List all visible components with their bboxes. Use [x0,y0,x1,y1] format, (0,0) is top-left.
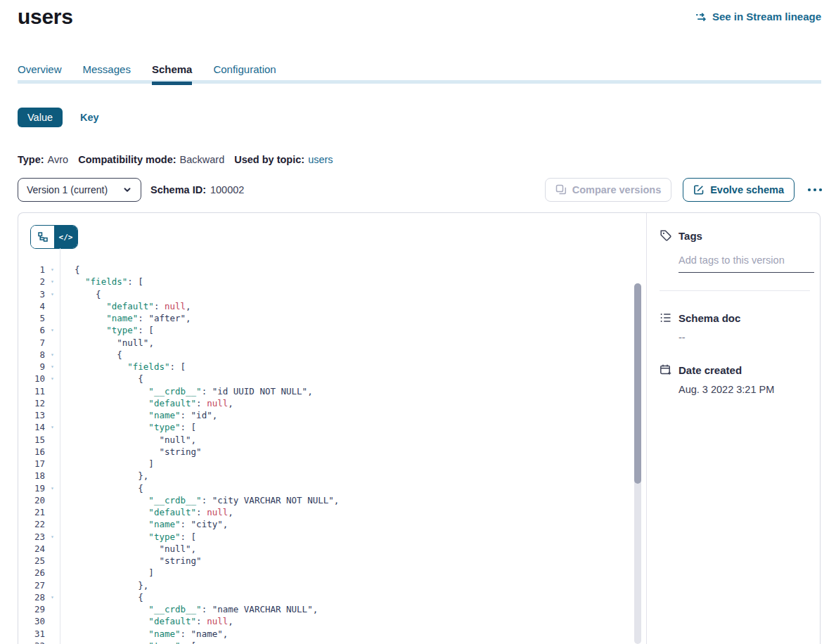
list-icon [660,311,672,324]
line-number: 15 [18,434,45,445]
compare-versions-icon [555,184,567,195]
fold-arrow-icon[interactable]: ▾ [45,375,60,382]
evolve-schema-button[interactable]: Evolve schema [683,178,795,202]
fold-arrow-icon[interactable]: ▾ [45,278,60,285]
line-number: 11 [18,386,45,397]
date-created-title: Date created [679,364,742,376]
schema-editor: </> 1▾{2▾ "fields": [3▾ {4 "default": nu… [18,213,647,644]
value-toggle-button[interactable]: Value [18,108,63,127]
type-value: Avro [48,154,69,165]
schema-actions: Compare versions Evolve schema [545,178,824,202]
fold-arrow-icon[interactable]: ▾ [45,352,60,358]
code-text: { [60,592,143,603]
evolve-schema-label: Evolve schema [710,184,784,195]
schema-page: users See in Stream lineage Overview Mes… [0,0,836,644]
chevron-down-icon [122,185,132,195]
code-text: { [60,483,143,494]
line-number: 29 [18,604,45,614]
fold-arrow-icon[interactable]: ▾ [45,327,60,333]
line-number: 25 [18,555,45,566]
line-number: 9 [18,361,45,372]
tree-view-button[interactable] [31,226,54,248]
key-toggle-button[interactable]: Key [80,112,99,123]
fold-arrow-icon[interactable]: ▾ [45,291,60,297]
code-view-icon: </> [59,233,73,242]
fold-arrow-icon[interactable]: ▾ [45,594,60,600]
code-text: "name": "city", [60,519,228,529]
version-select[interactable]: Version 1 (current) [18,178,141,202]
fold-arrow-icon[interactable]: ▾ [45,424,60,430]
code-line: 26 ] [18,567,646,579]
code-region[interactable]: 1▾{2▾ "fields": [3▾ {4 "default": null,5… [18,248,646,644]
code-text: "__crdb__": "id UUID NOT NULL", [60,386,313,397]
more-actions-button[interactable] [806,185,824,195]
schema-id: Schema ID: 100002 [150,184,244,195]
code-text: "type": [ [60,422,196,432]
add-tags-input[interactable]: Add tags to this version [679,255,814,273]
code-text: "fields": [ [60,276,143,287]
fold-arrow-icon[interactable]: ▾ [45,534,60,540]
stream-lineage-link[interactable]: See in Stream lineage [695,11,821,22]
code-text: "default": null, [60,507,233,517]
editor-scrollbar-thumb[interactable] [634,283,641,484]
tab-messages[interactable]: Messages [83,63,131,85]
value-key-toggle: Value Key [18,108,99,127]
code-line: 5 "name": "after", [18,312,646,324]
code-line: 15 "null", [18,434,646,446]
code-line: 10▾ { [18,373,646,385]
line-number: 16 [18,446,45,457]
code-view-button[interactable]: </> [54,226,77,248]
editor-scrollbar-track[interactable] [634,283,641,644]
code-line: 16 "string" [18,446,646,458]
calendar-icon [660,363,672,376]
code-text: "type": [ [60,325,154,335]
line-number: 2 [18,276,45,287]
code-line: 9▾ "fields": [ [18,361,646,373]
line-number: 4 [18,301,45,311]
code-line: 24 "null", [18,543,646,555]
code-text: "type": [ [60,640,196,644]
schema-id-label: Schema ID: [150,184,206,195]
code-line: 7 "null", [18,337,646,349]
schema-doc-section: Schema doc -- [660,311,810,343]
line-number: 32 [18,640,45,644]
line-number: 19 [18,483,45,494]
tabbar: Overview Messages Schema Configuration [18,63,276,85]
tab-schema[interactable]: Schema [152,63,193,85]
stream-lineage-icon [695,12,707,22]
type-label: Type: [18,154,44,165]
fold-arrow-icon[interactable]: ▾ [45,363,60,370]
code-text: "__crdb__": "name VARCHAR NULL", [60,604,318,614]
line-number: 1 [18,264,45,275]
code-text: ] [60,567,154,578]
code-text: ] [60,458,154,469]
fold-arrow-icon[interactable]: ▾ [45,266,60,273]
code-line: 22 "name": "city", [18,518,646,530]
edit-icon [693,184,705,195]
line-number: 18 [18,470,45,481]
code-line: 6▾ "type": [ [18,324,646,336]
tab-configuration[interactable]: Configuration [213,63,276,85]
sidebar-divider [660,290,810,291]
code-text: { [60,373,143,384]
topic-link[interactable]: users [308,154,333,165]
code-text: { [60,289,101,300]
code-text: "__crdb__": "city VARCHAR NOT NULL", [60,495,339,505]
tab-overview[interactable]: Overview [18,63,62,85]
code-text: "default": null, [60,398,233,408]
schema-meta: Type:Avro Compatibility mode:Backward Us… [18,154,333,165]
code-text: "default": null, [60,301,191,311]
compare-versions-button[interactable]: Compare versions [545,178,672,202]
version-bar: Version 1 (current) Schema ID: 100002 [18,178,244,202]
schema-id-value: 100002 [210,184,244,195]
compatibility-value: Backward [180,154,225,165]
line-number: 31 [18,629,45,639]
line-number: 30 [18,616,45,626]
code-line: 31 "name": "name", [18,628,646,640]
code-text: "type": [ [60,532,196,542]
code-line: 25 "string" [18,555,646,567]
fold-arrow-icon[interactable]: ▾ [45,485,60,491]
code-line: 32▾ "type": [ [18,640,646,644]
tags-title: Tags [679,230,702,242]
line-number: 8 [18,349,45,360]
